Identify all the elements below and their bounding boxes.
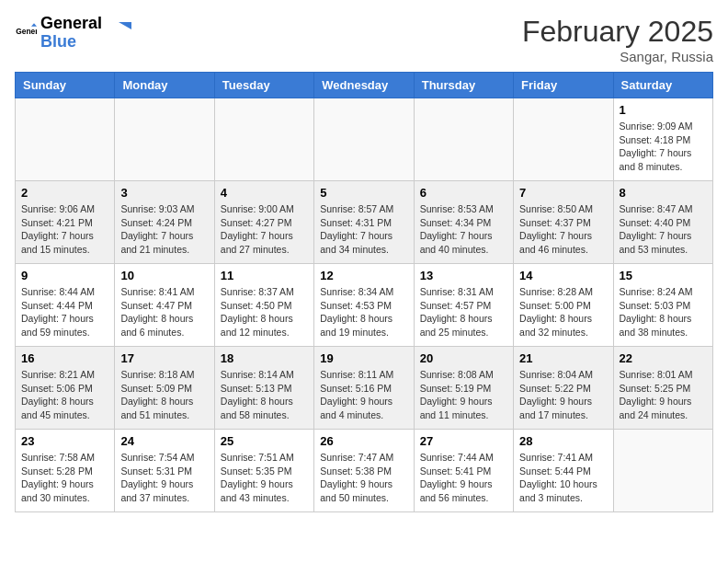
calendar-cell: 13Sunrise: 8:31 AM Sunset: 4:57 PM Dayli…	[414, 264, 513, 347]
day-info: Sunrise: 9:09 AM Sunset: 4:18 PM Dayligh…	[620, 120, 707, 174]
day-info: Sunrise: 8:04 AM Sunset: 5:22 PM Dayligh…	[519, 368, 607, 422]
day-number: 19	[320, 351, 407, 365]
logo-icon: General	[15, 22, 37, 44]
day-info: Sunrise: 8:47 AM Sunset: 4:40 PM Dayligh…	[620, 202, 707, 257]
day-number: 26	[320, 434, 407, 448]
weekday-header-tuesday: Tuesday	[214, 73, 313, 98]
day-number: 11	[221, 269, 308, 282]
svg-marker-1	[31, 23, 37, 27]
day-info: Sunrise: 8:01 AM Sunset: 5:25 PM Dayligh…	[620, 368, 707, 422]
day-number: 14	[519, 269, 607, 282]
svg-marker-2	[119, 22, 131, 29]
day-info: Sunrise: 9:06 AM Sunset: 4:21 PM Dayligh…	[21, 202, 108, 257]
calendar-cell: 25Sunrise: 7:51 AM Sunset: 5:35 PM Dayli…	[214, 430, 313, 512]
weekday-header-thursday: Thursday	[414, 73, 513, 98]
calendar-cell: 2Sunrise: 9:06 AM Sunset: 4:21 PM Daylig…	[16, 181, 115, 264]
logo-flag-icon	[106, 20, 131, 46]
day-info: Sunrise: 7:51 AM Sunset: 5:35 PM Dayligh…	[221, 451, 308, 505]
day-info: Sunrise: 8:18 AM Sunset: 5:09 PM Dayligh…	[120, 368, 208, 422]
weekday-header-row: SundayMondayTuesdayWednesdayThursdayFrid…	[16, 73, 713, 98]
weekday-header-friday: Friday	[514, 73, 613, 98]
page-header: General General Blue February 2025 Sanga…	[15, 15, 713, 64]
calendar-cell: 28Sunrise: 7:41 AM Sunset: 5:44 PM Dayli…	[514, 430, 613, 512]
day-info: Sunrise: 7:54 AM Sunset: 5:31 PM Dayligh…	[120, 451, 208, 505]
calendar-cell: 19Sunrise: 8:11 AM Sunset: 5:16 PM Dayli…	[314, 347, 414, 430]
calendar-cell: 15Sunrise: 8:24 AM Sunset: 5:03 PM Dayli…	[613, 264, 712, 347]
day-info: Sunrise: 8:14 AM Sunset: 5:13 PM Dayligh…	[221, 368, 308, 422]
day-info: Sunrise: 8:08 AM Sunset: 5:19 PM Dayligh…	[420, 368, 507, 422]
day-number: 20	[420, 351, 507, 365]
day-number: 1	[620, 103, 707, 117]
calendar-cell	[214, 98, 313, 181]
day-info: Sunrise: 8:34 AM Sunset: 4:53 PM Dayligh…	[320, 285, 407, 339]
calendar-cell: 21Sunrise: 8:04 AM Sunset: 5:22 PM Dayli…	[514, 347, 613, 430]
day-number: 21	[519, 351, 607, 365]
calendar-cell	[514, 98, 613, 181]
day-number: 15	[620, 269, 707, 282]
weekday-header-sunday: Sunday	[16, 73, 115, 98]
calendar-cell: 23Sunrise: 7:58 AM Sunset: 5:28 PM Dayli…	[16, 430, 115, 512]
day-number: 7	[519, 186, 607, 200]
day-number: 13	[420, 269, 507, 282]
day-info: Sunrise: 8:50 AM Sunset: 4:37 PM Dayligh…	[519, 202, 607, 257]
day-number: 27	[420, 434, 507, 448]
day-number: 12	[320, 269, 407, 282]
logo-general: General	[40, 14, 102, 32]
calendar-week-row: 16Sunrise: 8:21 AM Sunset: 5:06 PM Dayli…	[16, 347, 713, 430]
calendar-cell: 14Sunrise: 8:28 AM Sunset: 5:00 PM Dayli…	[514, 264, 613, 347]
calendar-week-row: 23Sunrise: 7:58 AM Sunset: 5:28 PM Dayli…	[16, 430, 713, 512]
day-number: 6	[420, 186, 507, 200]
svg-text:General: General	[16, 27, 37, 36]
day-info: Sunrise: 9:03 AM Sunset: 4:24 PM Dayligh…	[120, 202, 208, 257]
logo-blue: Blue	[40, 33, 102, 52]
calendar-cell	[115, 98, 214, 181]
calendar-cell: 8Sunrise: 8:47 AM Sunset: 4:40 PM Daylig…	[613, 181, 712, 264]
day-info: Sunrise: 7:47 AM Sunset: 5:38 PM Dayligh…	[320, 451, 407, 505]
calendar-cell	[613, 430, 712, 512]
title-block: February 2025 Sangar, Russia	[522, 15, 713, 64]
day-info: Sunrise: 8:11 AM Sunset: 5:16 PM Dayligh…	[320, 368, 407, 422]
day-info: Sunrise: 8:37 AM Sunset: 4:50 PM Dayligh…	[221, 285, 308, 339]
calendar-cell: 22Sunrise: 8:01 AM Sunset: 5:25 PM Dayli…	[613, 347, 712, 430]
day-number: 23	[21, 434, 108, 448]
day-number: 5	[320, 186, 407, 200]
day-number: 16	[21, 351, 108, 365]
calendar-cell: 7Sunrise: 8:50 AM Sunset: 4:37 PM Daylig…	[514, 181, 613, 264]
calendar-cell: 17Sunrise: 8:18 AM Sunset: 5:09 PM Dayli…	[115, 347, 214, 430]
day-info: Sunrise: 8:44 AM Sunset: 4:44 PM Dayligh…	[21, 285, 108, 339]
calendar-cell	[314, 98, 414, 181]
calendar-cell: 6Sunrise: 8:53 AM Sunset: 4:34 PM Daylig…	[414, 181, 513, 264]
weekday-header-wednesday: Wednesday	[314, 73, 414, 98]
day-info: Sunrise: 7:58 AM Sunset: 5:28 PM Dayligh…	[21, 451, 108, 505]
day-info: Sunrise: 8:21 AM Sunset: 5:06 PM Dayligh…	[21, 368, 108, 422]
day-info: Sunrise: 8:53 AM Sunset: 4:34 PM Dayligh…	[420, 202, 507, 257]
calendar-cell: 26Sunrise: 7:47 AM Sunset: 5:38 PM Dayli…	[314, 430, 414, 512]
calendar-table: SundayMondayTuesdayWednesdayThursdayFrid…	[15, 72, 713, 512]
day-info: Sunrise: 8:57 AM Sunset: 4:31 PM Dayligh…	[320, 202, 407, 257]
day-info: Sunrise: 8:24 AM Sunset: 5:03 PM Dayligh…	[620, 285, 707, 339]
day-number: 17	[120, 351, 208, 365]
calendar-cell: 11Sunrise: 8:37 AM Sunset: 4:50 PM Dayli…	[214, 264, 313, 347]
location: Sangar, Russia	[522, 49, 713, 64]
day-info: Sunrise: 7:41 AM Sunset: 5:44 PM Dayligh…	[519, 451, 607, 505]
calendar-cell: 3Sunrise: 9:03 AM Sunset: 4:24 PM Daylig…	[115, 181, 214, 264]
calendar-cell: 12Sunrise: 8:34 AM Sunset: 4:53 PM Dayli…	[314, 264, 414, 347]
calendar-cell: 9Sunrise: 8:44 AM Sunset: 4:44 PM Daylig…	[16, 264, 115, 347]
calendar-cell: 20Sunrise: 8:08 AM Sunset: 5:19 PM Dayli…	[414, 347, 513, 430]
calendar-cell	[16, 98, 115, 181]
day-number: 8	[620, 186, 707, 200]
calendar-cell: 24Sunrise: 7:54 AM Sunset: 5:31 PM Dayli…	[115, 430, 214, 512]
calendar-cell	[414, 98, 513, 181]
day-info: Sunrise: 8:28 AM Sunset: 5:00 PM Dayligh…	[519, 285, 607, 339]
day-number: 2	[21, 186, 108, 200]
day-number: 4	[221, 186, 308, 200]
calendar-cell: 10Sunrise: 8:41 AM Sunset: 4:47 PM Dayli…	[115, 264, 214, 347]
day-info: Sunrise: 8:41 AM Sunset: 4:47 PM Dayligh…	[120, 285, 208, 339]
day-number: 9	[21, 269, 108, 282]
day-number: 3	[120, 186, 208, 200]
day-info: Sunrise: 8:31 AM Sunset: 4:57 PM Dayligh…	[420, 285, 507, 339]
day-number: 18	[221, 351, 308, 365]
calendar-week-row: 2Sunrise: 9:06 AM Sunset: 4:21 PM Daylig…	[16, 181, 713, 264]
day-number: 25	[221, 434, 308, 448]
day-number: 28	[519, 434, 607, 448]
